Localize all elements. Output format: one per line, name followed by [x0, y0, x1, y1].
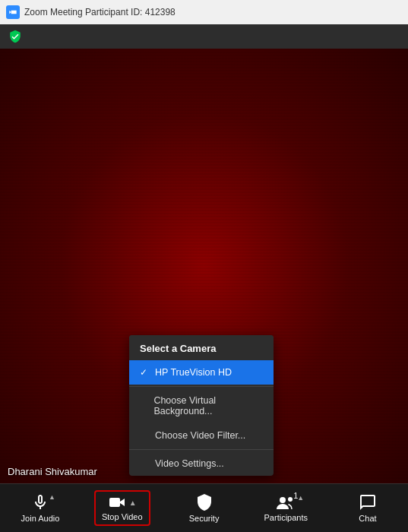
participants-icon: 1 ▲	[275, 494, 296, 511]
menu-divider-2	[129, 449, 274, 450]
menu-item-hp-truevision[interactable]: ✓ HP TrueVision HD	[129, 360, 274, 385]
join-audio-button[interactable]: ▲ Join Audio	[14, 490, 67, 526]
svg-point-2	[288, 497, 293, 502]
video-area: Dharani Shivakumar Select a Camera ✓ HP …	[0, 49, 408, 483]
video-chevron-icon: ▲	[129, 499, 137, 507]
participants-label: Participants	[264, 513, 308, 522]
security-button[interactable]: Security	[178, 490, 231, 526]
title-bar: Zoom Meeting Participant ID: 412398	[0, 0, 408, 24]
svg-point-1	[280, 497, 286, 503]
camera-select-menu: Select a Camera ✓ HP TrueVision HD Choos…	[129, 335, 274, 476]
security-label: Security	[189, 514, 220, 523]
zoom-logo	[6, 5, 20, 19]
participants-chevron-icon: ▲	[297, 494, 304, 502]
menu-divider-1	[129, 386, 274, 387]
title-bar-text: Zoom Meeting Participant ID: 412398	[24, 7, 176, 17]
chat-button[interactable]: Chat	[341, 490, 394, 526]
menu-item-label: Video Settings...	[155, 458, 224, 469]
stop-video-button[interactable]: ▲ Stop Video	[94, 490, 150, 526]
participant-name: Dharani Shivakumar	[8, 466, 97, 477]
menu-header: Select a Camera	[129, 335, 274, 360]
toolbar: ▲ Join Audio ▲ Stop Video Security	[0, 483, 408, 532]
participants-button[interactable]: 1 ▲ Participants	[258, 491, 314, 525]
menu-item-video-filter[interactable]: Choose Video Filter...	[129, 423, 274, 448]
security-icon	[195, 493, 213, 511]
chat-label: Chat	[359, 514, 376, 523]
svg-rect-0	[109, 498, 120, 507]
security-bar	[0, 24, 408, 49]
join-audio-icon: ▲	[31, 493, 49, 511]
menu-item-video-settings[interactable]: Video Settings...	[129, 451, 274, 476]
chat-icon	[359, 493, 377, 511]
stop-video-icon: ▲	[108, 495, 137, 510]
menu-item-label: Choose Video Filter...	[155, 430, 245, 441]
menu-item-label: HP TrueVision HD	[155, 367, 232, 378]
join-audio-label: Join Audio	[21, 514, 60, 523]
menu-item-label: Choose Virtual Background...	[153, 395, 263, 416]
menu-item-virtual-bg[interactable]: Choose Virtual Background...	[129, 388, 274, 423]
check-icon: ✓	[140, 367, 150, 378]
audio-chevron-icon: ▲	[49, 493, 55, 501]
shield-icon	[8, 29, 23, 44]
stop-video-label: Stop Video	[102, 512, 143, 521]
